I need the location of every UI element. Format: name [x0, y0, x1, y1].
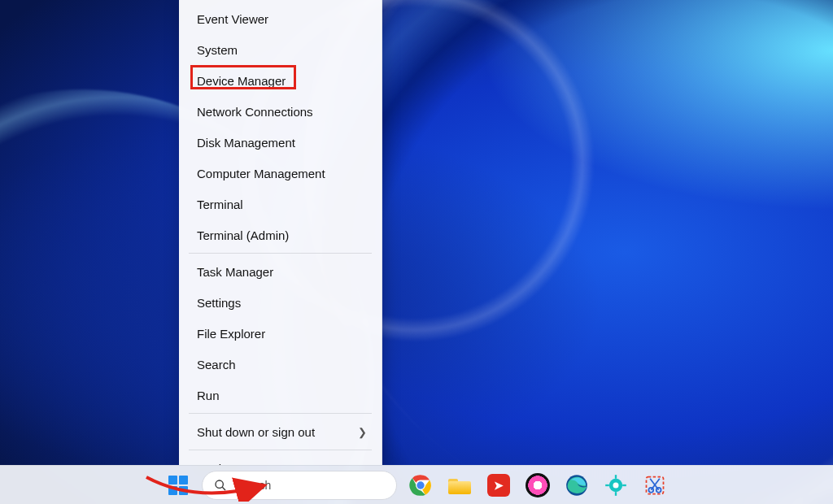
menu-label: Device Manager — [197, 74, 286, 88]
menu-label: Terminal (Admin) — [197, 228, 289, 242]
svg-point-11 — [613, 482, 619, 488]
menu-label: Shut down or sign out — [197, 425, 315, 439]
svg-line-1 — [222, 487, 225, 490]
menu-item-event-viewer[interactable]: Event Viewer — [179, 3, 382, 34]
taskbar-snipping-tool[interactable] — [639, 470, 670, 501]
menu-item-network-connections[interactable]: Network Connections — [179, 96, 382, 127]
app-red-icon: ➤ — [487, 474, 510, 497]
menu-item-computer-management[interactable]: Computer Management — [179, 158, 382, 189]
menu-label: Settings — [197, 296, 241, 310]
taskbar-file-explorer[interactable] — [444, 470, 475, 501]
gear-teal-icon — [604, 474, 627, 497]
taskbar-chrome[interactable] — [405, 470, 436, 501]
menu-item-disk-management[interactable]: Disk Management — [179, 127, 382, 158]
edge-icon — [565, 474, 588, 497]
taskbar-search[interactable]: Search — [202, 471, 397, 500]
svg-rect-7 — [615, 475, 617, 479]
svg-rect-10 — [622, 484, 626, 485]
menu-item-run[interactable]: Run — [179, 380, 382, 411]
power-user-menu[interactable]: Event Viewer System Device Manager Netwo… — [179, 0, 382, 465]
search-placeholder: Search — [235, 479, 271, 492]
snipping-tool-icon — [643, 474, 666, 497]
menu-item-device-manager[interactable]: Device Manager — [179, 65, 382, 96]
taskbar-app-disc[interactable] — [522, 470, 553, 501]
taskbar: Search ➤ — [0, 465, 833, 504]
menu-item-system[interactable]: System — [179, 34, 382, 65]
search-icon — [214, 479, 227, 492]
menu-item-terminal-admin[interactable]: Terminal (Admin) — [179, 219, 382, 250]
taskbar-app-teal[interactable] — [600, 470, 631, 501]
menu-item-file-explorer[interactable]: File Explorer — [179, 318, 382, 349]
menu-label: Network Connections — [197, 105, 313, 119]
menu-separator — [189, 253, 372, 254]
chevron-right-icon: ❯ — [358, 426, 367, 438]
disc-icon — [526, 473, 550, 497]
svg-rect-9 — [605, 484, 609, 485]
menu-item-shut-down[interactable]: Shut down or sign out ❯ — [179, 416, 382, 447]
menu-label: Terminal — [197, 198, 243, 211]
svg-point-4 — [416, 481, 424, 489]
windows-logo-icon — [168, 476, 188, 495]
taskbar-edge[interactable] — [561, 470, 592, 501]
menu-label: Disk Management — [197, 136, 295, 150]
menu-separator — [189, 413, 372, 414]
folder-icon — [448, 476, 471, 494]
chrome-icon — [409, 474, 432, 497]
menu-item-settings[interactable]: Settings — [179, 287, 382, 318]
menu-label: Run — [197, 389, 220, 402]
menu-label: Event Viewer — [197, 12, 268, 26]
menu-label: File Explorer — [197, 327, 265, 341]
svg-point-0 — [216, 480, 223, 488]
menu-item-terminal[interactable]: Terminal — [179, 189, 382, 219]
menu-label: System — [197, 43, 238, 57]
start-button[interactable] — [163, 470, 194, 501]
menu-item-task-manager[interactable]: Task Manager — [179, 256, 382, 287]
menu-item-search[interactable]: Search — [179, 349, 382, 380]
menu-separator — [189, 450, 372, 450]
menu-label: Computer Management — [197, 167, 325, 180]
menu-label: Task Manager — [197, 265, 273, 279]
menu-label: Search — [197, 358, 236, 371]
svg-rect-8 — [615, 492, 617, 496]
taskbar-app-red[interactable]: ➤ — [483, 470, 514, 501]
